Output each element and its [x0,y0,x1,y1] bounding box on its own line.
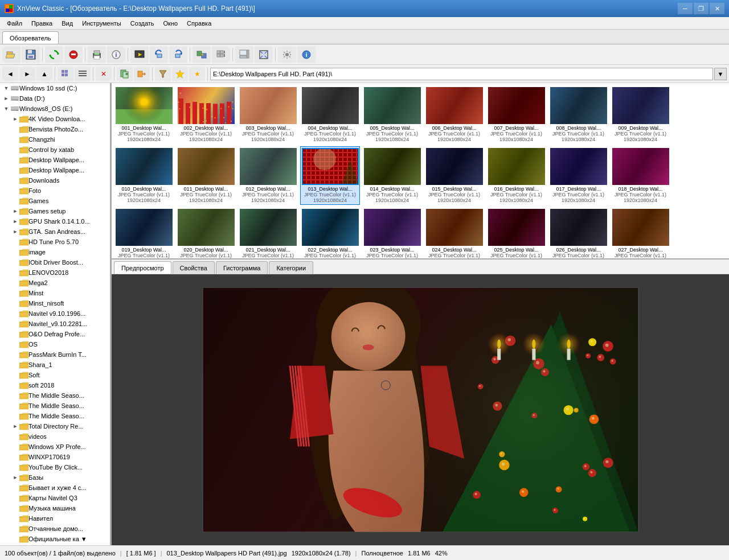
tree-expand-sub-26[interactable] [11,381,19,389]
tree-expand-sub-30[interactable]: ► [11,422,19,430]
move-to-button[interactable] [134,67,150,81]
tree-expand-sub-19[interactable] [11,310,19,318]
thumb-item-8[interactable]: 009_Desktop Wal...JPEG TrueColor (v1.1)1… [611,85,670,144]
tree-item-sub-38[interactable]: Музыка машина [0,503,110,513]
tree-item-sub-26[interactable]: soft 2018 [0,380,110,390]
restore-button[interactable]: ❒ [694,3,708,14]
close-button[interactable]: ✕ [710,3,724,14]
tree-item-sub-10[interactable]: ►GPU Shark 0.14.1.0... [0,216,110,227]
tree-item-sub-17[interactable]: Minst [0,288,110,298]
tree-item-sub-12[interactable]: HD Tune Pro 5.70 [0,237,110,247]
tree-item-sub-2[interactable]: Changzhi [0,134,110,145]
tree-expand-sub-40[interactable] [11,525,19,533]
tree-expand-sub-27[interactable] [11,392,19,400]
properties-button[interactable]: i [107,47,125,63]
settings-button[interactable] [278,47,296,63]
tree-item-sub-35[interactable]: ►Базы [0,472,110,483]
tab-histogram[interactable]: Гистограмма [216,261,268,274]
tree-expand-sub-9[interactable]: ► [11,207,19,215]
stop-button[interactable] [64,47,83,63]
tree-expand-e[interactable]: ▼ [2,105,10,113]
thumb-item-11[interactable]: 012_Desktop Wal...JPEG TrueColor (v1.1)1… [238,146,298,205]
tree-item-sub-23[interactable]: PassMark BurnIn T... [0,349,110,360]
tree-expand-sub-2[interactable] [11,135,19,143]
tree-item-sub-18[interactable]: Minst_nirsoft [0,298,110,308]
tree-expand-sub-8[interactable] [11,197,19,205]
nav-back-button[interactable]: ◄ [2,67,18,81]
tree-item-sub-9[interactable]: ►Games setup [0,206,110,216]
open-button[interactable] [2,47,21,63]
tree-expand-sub-6[interactable] [11,176,19,184]
nav-up-button[interactable]: ▲ [36,67,52,81]
tree-expand-sub-13[interactable] [11,248,19,256]
thumb-item-13[interactable]: 014_Desktop Wal...JPEG TrueColor (v1.1)1… [362,146,422,205]
thumb-item-3[interactable]: 004_Desktop Wal...JPEG TrueColor (v1.1)1… [300,85,360,144]
thumb-item-5[interactable]: 006_Desktop Wal...JPEG TrueColor (v1.1)1… [424,85,484,144]
favorites-button[interactable]: ★ [189,67,205,81]
menu-view[interactable]: Вид [57,17,77,29]
thumb-item-26[interactable]: 027_Desktop Wal...JPEG TrueColor (v1.1)1… [611,207,670,260]
tree-item-sub-8[interactable]: Games [0,196,110,206]
print-button[interactable] [88,47,106,63]
thumb-item-4[interactable]: 005_Desktop Wal...JPEG TrueColor (v1.1)1… [362,85,422,144]
copy-to-button[interactable] [117,67,133,81]
tab-categories[interactable]: Категории [269,261,313,274]
view-details-button[interactable] [75,67,91,81]
tree-expand-sub-14[interactable] [11,258,19,266]
tree-expand-sub-25[interactable] [11,371,19,379]
menu-edit[interactable]: Правка [27,17,57,29]
tree-expand-sub-17[interactable] [11,289,19,297]
tree-expand-sub-12[interactable] [11,238,19,246]
tab-browser[interactable]: Обозреватель [2,31,59,44]
tree-expand-sub-0[interactable]: ► [11,115,19,123]
tree-expand-sub-29[interactable] [11,412,19,420]
thumb-item-25[interactable]: 026_Desktop Wal...JPEG TrueColor (v1.1)1… [548,207,608,260]
nav-forward-button[interactable]: ► [19,67,35,81]
fullscreen-button[interactable] [255,47,273,63]
rotate-right-button[interactable] [169,47,187,63]
tree-item-sub-30[interactable]: ►Total Directory Re... [0,421,110,431]
tree-item-sub-13[interactable]: image [0,247,110,257]
menu-help[interactable]: Справка [182,17,216,29]
tree-item-sub-4[interactable]: Desktop Wallpape... [0,155,110,165]
tree-item-sub-19[interactable]: Navitel v9.10.1996... [0,308,110,319]
tree-expand-sub-39[interactable] [11,514,19,522]
tree-item-sub-34[interactable]: YouTube By Click... [0,462,110,472]
thumb-item-17[interactable]: 018_Desktop Wal...JPEG TrueColor (v1.1)1… [611,146,670,205]
tree-item-sub-40[interactable]: Отчаянные домо... [0,524,110,534]
tree-item-sub-28[interactable]: The Middle Seaso... [0,401,110,411]
tree-expand-sub-37[interactable] [11,494,19,502]
thumb-item-7[interactable]: 008_Desktop Wal...JPEG TrueColor (v1.1)1… [548,85,608,144]
tree-expand-sub-10[interactable]: ► [11,217,19,225]
thumb-item-24[interactable]: 025_Desktop Wal...JPEG TrueColor (v1.1)1… [486,207,546,260]
thumb-item-9[interactable]: 010_Desktop Wal...JPEG TrueColor (v1.1)1… [114,146,174,205]
tree-expand-sub-5[interactable] [11,166,19,174]
slideshow-button[interactable] [130,47,149,63]
tree-expand-sub-28[interactable] [11,402,19,410]
tree-expand-sub-20[interactable] [11,320,19,328]
tree-expand-sub-7[interactable] [11,187,19,195]
tree-expand-sub-35[interactable]: ► [11,473,19,481]
tree-item-sub-7[interactable]: Foto [0,186,110,196]
thumb-item-10[interactable]: 011_Desktop Wal...JPEG TrueColor (v1.1)1… [176,146,236,205]
tree-expand-sub-11[interactable]: ► [11,228,19,236]
tree-expand-d[interactable]: ► [2,94,10,102]
thumb-item-14[interactable]: 015_Desktop Wal...JPEG TrueColor (v1.1)1… [424,146,484,205]
tree-item-sub-27[interactable]: The Middle Seaso... [0,390,110,401]
tree-item-sub-0[interactable]: ►4K Video Downloa... [0,114,110,124]
thumb-item-16[interactable]: 017_Desktop Wal...JPEG TrueColor (v1.1)1… [548,146,608,205]
delete-button[interactable]: ✕ [96,67,112,81]
tree-item-sub-22[interactable]: OS [0,339,110,349]
menu-window[interactable]: Окно [159,17,183,29]
tree-expand-sub-33[interactable] [11,453,19,461]
thumb-item-23[interactable]: 024_Desktop Wal...JPEG TrueColor (v1.1)1… [424,207,484,260]
tree-expand-sub-34[interactable] [11,463,19,471]
address-go-button[interactable]: ▼ [714,68,727,80]
tree-item-sub-32[interactable]: Windows XP Profe... [0,442,110,452]
tree-expand-sub-21[interactable] [11,330,19,338]
tree-item-sub-39[interactable]: Навител [0,513,110,524]
tree-item-d[interactable]: ► Data (D:) [0,93,110,104]
thumb-item-19[interactable]: 020_Desktop Wal...JPEG TrueColor (v1.1)1… [176,207,236,260]
filter-button[interactable] [155,67,171,81]
tree-expand-sub-41[interactable] [11,535,19,543]
